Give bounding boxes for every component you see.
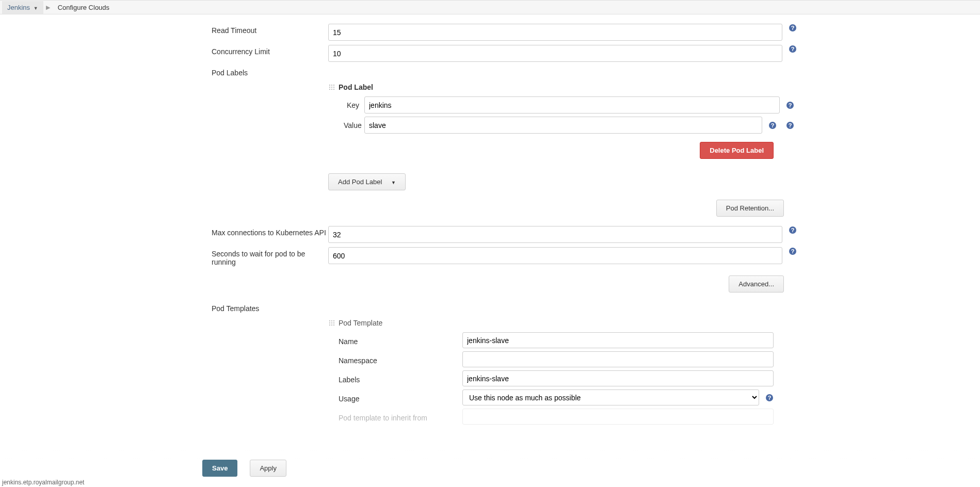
template-name-input[interactable] [462,332,774,348]
max-connections-input[interactable] [328,226,782,243]
chevron-right-icon: ▶ [43,4,53,11]
breadcrumb-current: Configure Clouds [53,1,115,14]
read-timeout-input[interactable] [328,24,782,41]
svg-text:?: ? [791,227,795,233]
template-labels-input[interactable] [462,370,774,386]
pod-template-header: Pod Template [339,319,382,327]
pod-retention-button[interactable]: Pod Retention... [716,200,784,217]
read-timeout-label: Read Timeout [212,24,328,35]
drag-handle-icon[interactable] [328,84,335,91]
chevron-down-icon: ▼ [391,180,396,185]
help-icon[interactable]: ? [789,45,797,53]
breadcrumb-root[interactable]: Jenkins ▼ [2,1,43,14]
wait-seconds-label: Seconds to wait for pod to be running [212,247,328,266]
pod-label-value-input[interactable] [364,117,762,134]
breadcrumb: Jenkins ▼ ▶ Configure Clouds [0,0,980,14]
wait-seconds-input[interactable] [328,247,782,264]
help-icon[interactable]: ? [789,226,797,234]
breadcrumb-root-label: Jenkins [7,4,30,11]
pod-templates-label: Pod Templates [212,302,328,313]
configure-form: Read Timeout ? Concurrency Limit ? Pod L… [0,14,980,469]
svg-text:?: ? [791,25,795,31]
chevron-down-icon: ▼ [34,6,38,11]
help-icon[interactable]: ? [786,121,794,129]
svg-text:?: ? [789,122,792,128]
help-icon[interactable]: ? [789,24,797,32]
add-pod-label-button[interactable]: Add Pod Label ▼ [328,173,406,190]
svg-text:?: ? [791,248,795,254]
pod-labels-label: Pod Labels [212,66,328,77]
help-icon[interactable]: ? [765,394,774,402]
help-icon[interactable]: ? [789,247,797,255]
concurrency-limit-label: Concurrency Limit [212,45,328,56]
pod-label-value-label: Value [344,121,364,129]
template-inherit-label: Pod template to inherit from [339,411,462,422]
add-pod-label-button-label: Add Pod Label [338,178,382,186]
help-icon[interactable]: ? [786,101,794,109]
template-name-label: Name [339,335,462,346]
max-connections-label: Max connections to Kubernetes API [212,226,328,237]
pod-template-chunk: Pod Template Name Namespace Labels Usage [328,317,774,425]
pod-label-header: Pod Label [339,83,373,91]
help-icon[interactable]: ? [768,121,777,129]
drag-handle-icon[interactable] [328,319,335,327]
template-labels-label: Labels [339,373,462,384]
svg-text:?: ? [789,102,792,108]
template-namespace-input[interactable] [462,351,774,367]
template-namespace-label: Namespace [339,354,462,365]
form-actions: Save Apply [0,460,980,469]
advanced-button[interactable]: Advanced... [729,275,784,293]
template-usage-label: Usage [339,392,462,403]
svg-text:?: ? [791,46,795,52]
template-usage-select[interactable]: Use this node as much as possible [462,389,759,405]
svg-text:?: ? [768,395,772,401]
concurrency-limit-input[interactable] [328,45,782,62]
svg-text:?: ? [771,122,775,128]
pod-label-chunk: Pod Label Key ? Value ? ? [328,81,794,134]
save-button[interactable]: Save [202,460,237,469]
apply-button[interactable]: Apply [250,460,286,469]
template-inherit-input[interactable] [462,409,774,425]
pod-label-key-input[interactable] [364,96,780,113]
pod-label-key-label: Key [344,101,364,109]
delete-pod-label-button[interactable]: Delete Pod Label [700,142,774,159]
